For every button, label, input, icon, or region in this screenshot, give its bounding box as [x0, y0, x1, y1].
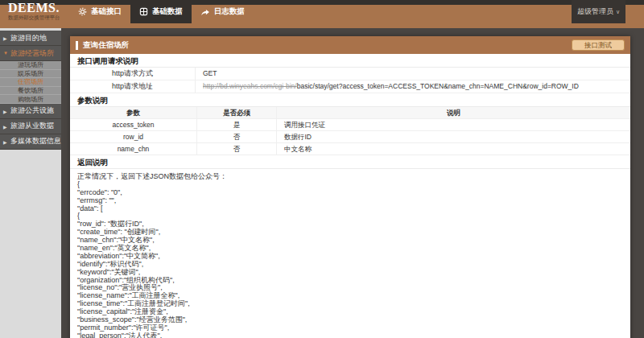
logo-text: DEEMS. [8, 2, 69, 14]
json-line: "legal_person":"法人代表", [77, 332, 630, 338]
tab-label: 基础接口 [91, 6, 122, 17]
column-header-required: 是否必须 [197, 107, 277, 118]
page-body: ▶ 旅游目的地 ▼ 旅游经营场所 游玩场所 娱乐场所 住宿场所 餐饮场所 购物场… [0, 28, 644, 338]
sidebar-item-business-places[interactable]: ▼ 旅游经营场所 [0, 46, 61, 61]
user-name: 超级管理员 [577, 6, 613, 17]
json-line: "name_chn":"中文名称", [77, 237, 630, 245]
sidebar-menu: ▶ 旅游目的地 ▼ 旅游经营场所 游玩场所 娱乐场所 住宿场所 餐饮场所 购物场… [0, 28, 61, 150]
table-row: name_chn 否 中文名称 [70, 143, 630, 155]
sidebar-item-label: 游玩场所 [18, 60, 43, 69]
chevron-down-icon: ∨ [616, 9, 620, 15]
json-line: "identify":"标识代码", [77, 261, 630, 269]
table-row: row_id 否 数据行ID [70, 131, 630, 143]
param-required-cell: 否 [197, 143, 277, 155]
chevron-down-icon: ▼ [3, 51, 8, 56]
tab-basic-data[interactable]: 基础数据 [130, 0, 192, 23]
param-description-cell: 调用接口凭证 [277, 119, 630, 130]
request-section-heading: 接口调用请求说明 [70, 54, 630, 68]
chevron-right-icon: ▶ [3, 35, 7, 41]
json-line: "errmsg": "", [77, 197, 630, 205]
params-table-body: access_token 是 调用接口凭证 row_id 否 数据行ID nam… [70, 119, 630, 155]
table-row: access_token 是 调用接口凭证 [70, 119, 630, 131]
tab-basic-interface[interactable]: 基础接口 [69, 0, 130, 23]
page-title: 查询住宿场所 [83, 40, 129, 51]
sidebar-item-public-facilities[interactable]: ▶ 旅游公共设施 [0, 104, 61, 119]
json-line: { [77, 181, 630, 189]
column-header-description: 说明 [277, 107, 630, 118]
params-table: 参数 是否必须 说明 access_token 是 调用接口凭证 row_id … [70, 107, 630, 155]
content-panel: 查询住宿场所 接口测试 接口调用请求说明 http请求方式 GET http请求… [70, 36, 630, 338]
tab-log-data[interactable]: 日志数据 [192, 0, 254, 23]
param-description-cell: 数据行ID [277, 131, 630, 142]
grid-icon [139, 7, 148, 16]
param-required-cell: 是 [197, 119, 277, 130]
param-name-cell: row_id [70, 131, 197, 142]
logo-subtitle: 数据外部交换管理平台 [8, 14, 64, 22]
param-required-cell: 否 [197, 131, 277, 142]
title-marker [76, 41, 78, 50]
param-name-cell: access_token [70, 119, 197, 130]
sidebar-subitem-shopping-places[interactable]: 购物场所 [0, 95, 61, 104]
chevron-right-icon: ▶ [3, 123, 7, 129]
column-header-param: 参数 [70, 107, 197, 118]
request-table: http请求方式 GET http请求地址 http://bd.winyeahs… [70, 68, 630, 93]
sidebar-item-label: 旅游目的地 [10, 33, 47, 43]
sidebar-item-label: 购物场所 [18, 95, 43, 104]
app-header: DEEMS. 数据外部交换管理平台 基础接口 基础数据 日志数据 超级管理员 ∨ [0, 0, 644, 28]
request-method-value: GET [196, 68, 630, 80]
sidebar-item-industry-data[interactable]: ▶ 旅游从业数据 [0, 119, 61, 134]
chevron-right-icon: ▶ [3, 108, 7, 113]
sidebar-item-label: 住宿场所 [18, 77, 43, 86]
json-line: "errcode": "0", [77, 189, 630, 197]
json-line: "row_id": "数据行ID", [77, 221, 630, 229]
table-row: http请求地址 http://bd.winyeahs.com/cgi-bin/… [70, 80, 630, 93]
sidebar-item-label: 旅游公共设施 [10, 105, 54, 116]
return-intro: 正常情况下，返回下述JSON数据包给公众号： [77, 173, 630, 181]
request-method-label: http请求方式 [70, 68, 196, 80]
sidebar-item-label: 多媒体数据信息 [10, 136, 61, 146]
return-section-heading: 返回说明 [70, 155, 630, 169]
sidebar: ▶ 旅游目的地 ▼ 旅游经营场所 游玩场所 娱乐场所 住宿场所 餐饮场所 购物场… [0, 28, 61, 338]
json-line: "name_en":"英文名称", [77, 245, 630, 253]
sidebar-item-label: 娱乐场所 [18, 69, 43, 78]
sidebar-item-label: 餐饮场所 [18, 86, 43, 95]
sidebar-item-destinations[interactable]: ▶ 旅游目的地 [0, 31, 61, 46]
return-json-block: { "errcode": "0", "errmsg": "", "data": … [77, 181, 630, 338]
request-url-value: http://bd.winyeahs.com/cgi-bin/basic/sta… [196, 80, 630, 93]
request-url-path: basic/stay/get?access_token=ACCESS_TOKEN… [297, 82, 579, 90]
param-description-cell: 中文名称 [277, 143, 630, 155]
gear-icon [78, 7, 87, 16]
table-row: http请求方式 GET [70, 68, 630, 80]
app-logo: DEEMS. 数据外部交换管理平台 [0, 0, 69, 23]
sidebar-item-label: 旅游经营场所 [10, 48, 54, 59]
user-menu[interactable]: 超级管理员 ∨ [572, 0, 625, 23]
chevron-right-icon: ▶ [3, 138, 7, 144]
return-description: 正常情况下，返回下述JSON数据包给公众号： { "errcode": "0",… [70, 169, 630, 338]
param-name-cell: name_chn [70, 143, 197, 155]
sidebar-item-label: 旅游从业数据 [10, 121, 54, 131]
json-line: "create_time": "创建时间", [77, 229, 630, 237]
json-line: { [77, 212, 630, 221]
sidebar-item-multimedia-data[interactable]: ▶ 多媒体数据信息 [0, 134, 61, 150]
request-url-domain: http://bd.winyeahs.com/cgi-bin/ [203, 82, 297, 90]
main-nav-tabs: 基础接口 基础数据 日志数据 [69, 0, 254, 23]
api-test-button[interactable]: 接口测试 [572, 39, 625, 51]
json-line: "data": [ [77, 205, 630, 213]
panel-title-bar: 查询住宿场所 接口测试 [70, 36, 630, 54]
json-line: "abbreviation":"中文简称", [77, 253, 630, 261]
params-table-header: 参数 是否必须 说明 [70, 107, 630, 119]
request-url-label: http请求地址 [70, 80, 196, 93]
tab-label: 日志数据 [214, 6, 245, 17]
share-icon [200, 7, 210, 16]
params-section-heading: 参数说明 [70, 93, 630, 107]
tab-label: 基础数据 [152, 6, 183, 17]
